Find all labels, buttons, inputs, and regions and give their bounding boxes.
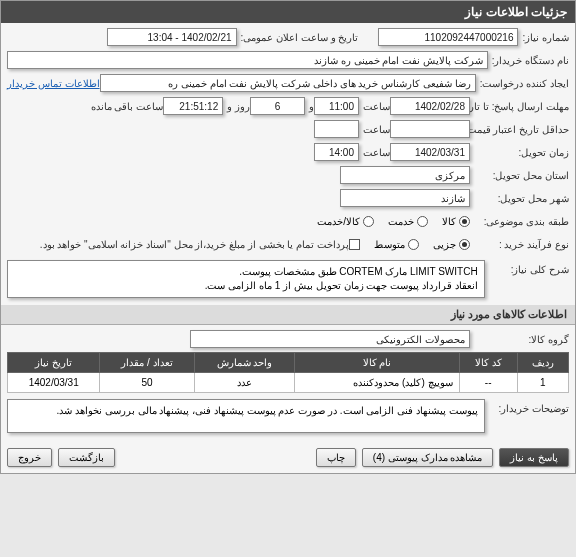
items-section-title: اطلاعات کالاهای مورد نیاز	[1, 305, 575, 325]
validity-label: حداقل تاریخ اعتبار قیمت: تا تاریخ:	[474, 124, 569, 135]
th-row: ردیف	[517, 353, 568, 373]
radio-label: جزیی	[433, 239, 456, 250]
validity-date-field	[390, 120, 470, 138]
deadline-label: مهلت ارسال پاسخ: تا تاریخ:	[474, 101, 569, 112]
cell-date: 1402/03/31	[8, 373, 100, 393]
radio-label: کالا/خدمت	[317, 216, 360, 227]
public-announce-field: 1402/02/21 - 13:04	[107, 28, 237, 46]
days-label: روز و	[227, 101, 250, 112]
contact-link[interactable]: اطلاعات تماس خریدار	[7, 78, 100, 89]
cell-qty: 50	[100, 373, 194, 393]
exit-button[interactable]: خروج	[7, 448, 52, 467]
radio-medium[interactable]: متوسط	[374, 239, 419, 250]
requester-field: رضا شفیعی کارشناس خرید های داخلی شرکت پا…	[100, 74, 476, 92]
buyer-org-field: شرکت پالایش نفت امام خمینی ره شازند	[7, 51, 488, 69]
payment-checkbox[interactable]	[349, 239, 360, 250]
th-name: نام کالا	[295, 353, 459, 373]
delivery-province-label: استان محل تحویل:	[474, 170, 569, 181]
description-label: شرح کلی نیاز:	[489, 260, 569, 275]
deadline-time-field: 11:00	[314, 97, 359, 115]
back-button[interactable]: بازگشت	[58, 448, 115, 467]
payment-note: پرداخت تمام یا بخشی از مبلغ خرید،از محل …	[40, 239, 349, 250]
table-row: 1 -- سوییچ (کلید) محدودکننده عدد 50 1402…	[8, 373, 569, 393]
cell-code: --	[459, 373, 517, 393]
radio-goods[interactable]: کالا	[442, 216, 470, 227]
radio-label: متوسط	[374, 239, 405, 250]
cell-unit: عدد	[194, 373, 295, 393]
radio-icon	[363, 216, 374, 227]
radio-icon	[459, 216, 470, 227]
radio-icon	[459, 239, 470, 250]
delivery-city-label: شهر محل تحویل:	[474, 193, 569, 204]
radio-icon	[417, 216, 428, 227]
delivery-date-field: 1402/03/31	[390, 143, 470, 161]
group-label: گروه کالا:	[474, 334, 569, 345]
items-table: ردیف کد کالا نام کالا واحد شمارش تعداد /…	[7, 352, 569, 393]
time-label-1: ساعت	[363, 101, 390, 112]
and-label: و	[309, 101, 314, 112]
radio-icon	[408, 239, 419, 250]
deadline-date-field: 1402/02/28	[390, 97, 470, 115]
need-number-field: 1102092447000216	[378, 28, 518, 46]
main-header: جزئیات اطلاعات نیاز	[1, 1, 575, 23]
category-label: طبقه بندی موضوعی:	[474, 216, 569, 227]
respond-button[interactable]: پاسخ به نیاز	[499, 448, 569, 467]
delivery-province-field: مرکزی	[340, 166, 470, 184]
th-date: تاریخ نیاز	[8, 353, 100, 373]
attachments-button[interactable]: مشاهده مدارک پیوستی (4)	[362, 448, 494, 467]
public-announce-label: تاریخ و ساعت اعلان عمومی:	[241, 32, 359, 43]
th-code: کد کالا	[459, 353, 517, 373]
purchase-type-label: نوع فرآیند خرید :	[474, 239, 569, 250]
delivery-city-field: شازند	[340, 189, 470, 207]
radio-service[interactable]: خدمت	[388, 216, 428, 227]
cell-row: 1	[517, 373, 568, 393]
remaining-label: ساعت باقی مانده	[91, 101, 164, 112]
cell-name: سوییچ (کلید) محدودکننده	[295, 373, 459, 393]
requester-label: ایجاد کننده درخواست:	[480, 78, 569, 89]
validity-time-field	[314, 120, 359, 138]
time-label-2: ساعت	[363, 124, 390, 135]
group-field: محصولات الکترونیکی	[190, 330, 470, 348]
description-box: LIMIT SWITCH مارک CORTEM طبق مشخصات پیوس…	[7, 260, 485, 298]
radio-both[interactable]: کالا/خدمت	[317, 216, 374, 227]
days-field: 6	[250, 97, 305, 115]
need-number-label: شماره نیاز:	[522, 32, 569, 43]
print-button[interactable]: چاپ	[316, 448, 356, 467]
buyer-org-label: نام دستگاه خریدار:	[492, 55, 569, 66]
delivery-date-label: زمان تحویل:	[474, 147, 569, 158]
delivery-time-field: 14:00	[314, 143, 359, 161]
th-qty: تعداد / مقدار	[100, 353, 194, 373]
radio-label: کالا	[442, 216, 456, 227]
th-unit: واحد شمارش	[194, 353, 295, 373]
category-radio-group: کالا خدمت کالا/خدمت	[317, 216, 470, 227]
radio-minor[interactable]: جزیی	[433, 239, 470, 250]
purchase-type-radio-group: جزیی متوسط	[374, 239, 470, 250]
time-label-3: ساعت	[363, 147, 390, 158]
buyer-notes-box: پیوست پیشنهاد فنی الزامی است. در صورت عد…	[7, 399, 485, 433]
buyer-notes-label: توضیحات خریدار:	[489, 399, 569, 414]
radio-label: خدمت	[388, 216, 414, 227]
remaining-time-field: 21:51:12	[163, 97, 223, 115]
